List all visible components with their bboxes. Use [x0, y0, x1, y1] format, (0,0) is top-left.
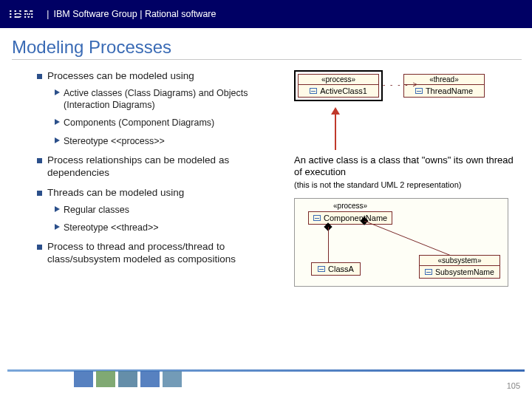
deco-chip — [96, 371, 115, 387]
sub-1b: Components (Component Diagrams) — [55, 117, 281, 129]
page-number: 105 — [507, 381, 520, 390]
component-icon — [313, 215, 321, 221]
composition-diagram: «process» ComponentName ClassA «subsyste… — [294, 198, 508, 287]
dashed-connector: - - - - > — [383, 81, 418, 89]
active-stereotype: «process» — [299, 75, 378, 85]
ibm-logo: IBM — [9, 7, 35, 21]
class-icon — [318, 266, 325, 272]
red-arrow — [328, 107, 516, 150]
d2-process-stereotype: «process» — [308, 202, 392, 210]
caption-note: (this is not the standard UML 2 represen… — [294, 180, 516, 189]
header-bar: IBM | IBM Software Group | Rational soft… — [0, 0, 532, 28]
d2-class-a-label: ClassA — [328, 265, 354, 273]
deco-chip — [140, 371, 160, 387]
title-rule — [12, 59, 522, 60]
right-column: «process» ActiveClass1 - - - - > «thread… — [294, 70, 516, 287]
sub-3a: Regular classes — [55, 204, 281, 216]
class-icon — [415, 88, 423, 94]
bullet-3: Threads can be modeled using Regular cla… — [37, 187, 281, 233]
subsystem-icon — [425, 269, 432, 275]
arrow-icon — [328, 107, 343, 150]
content: Processes can be modeled using Active cl… — [0, 66, 532, 287]
active-class-frame: «process» ActiveClass1 — [294, 70, 383, 101]
footer: 105 — [0, 369, 532, 392]
left-column: Processes can be modeled using Active cl… — [37, 70, 281, 287]
deco-chip — [118, 371, 137, 387]
svg-marker-1 — [331, 107, 340, 115]
bullet-1: Processes can be modeled using Active cl… — [37, 70, 281, 147]
ibm-logo-text: IBM — [9, 7, 35, 21]
sublist-3: Regular classes Stereotype <<thread>> — [55, 204, 281, 234]
uml-active-class: «process» ActiveClass1 — [298, 74, 379, 98]
bullet-3-text: Threads can be modeled using — [47, 187, 184, 198]
sub-1c: Stereotype <<process>> — [55, 135, 281, 147]
bullet-4: Process to thread and process/thread to … — [37, 241, 281, 266]
composition-line-1 — [328, 227, 329, 262]
class-icon — [310, 88, 317, 94]
deco-chip — [74, 371, 93, 387]
sub-3b: Stereotype <<thread>> — [55, 222, 281, 233]
d2-subsys-name-row: SubsystemName — [420, 266, 499, 278]
sublist-1: Active classes (Class Diagrams) and Obje… — [55, 87, 281, 147]
bullet-list: Processes can be modeled using Active cl… — [37, 70, 281, 266]
header-separator: | — [47, 9, 49, 19]
thread-name-label: ThreadName — [426, 86, 473, 95]
footer-decoration — [74, 371, 182, 387]
d2-class-a: ClassA — [311, 262, 361, 276]
svg-line-2 — [364, 221, 460, 259]
caption-main: An active class is a class that "owns" i… — [294, 154, 516, 179]
uml-row-top: «process» ActiveClass1 - - - - > «thread… — [294, 70, 516, 101]
header-text: IBM Software Group | Rational software — [53, 9, 216, 19]
title-wrap: Modeling Processes — [12, 37, 532, 60]
d2-subsys-stereotype: «subsystem» — [420, 256, 499, 266]
deco-chip — [163, 371, 182, 387]
sub-1a: Active classes (Class Diagrams) and Obje… — [55, 87, 281, 112]
bullet-1-text: Processes can be modeled using — [47, 70, 194, 81]
active-class-name: ActiveClass1 — [299, 85, 378, 97]
page-title: Modeling Processes — [12, 37, 532, 58]
bullet-2: Process relationships can be modeled as … — [37, 154, 281, 180]
active-class-label: ActiveClass1 — [320, 86, 367, 95]
d2-subsystem: «subsystem» SubsystemName — [419, 255, 500, 279]
d2-subsys-name: SubsystemName — [435, 267, 494, 276]
